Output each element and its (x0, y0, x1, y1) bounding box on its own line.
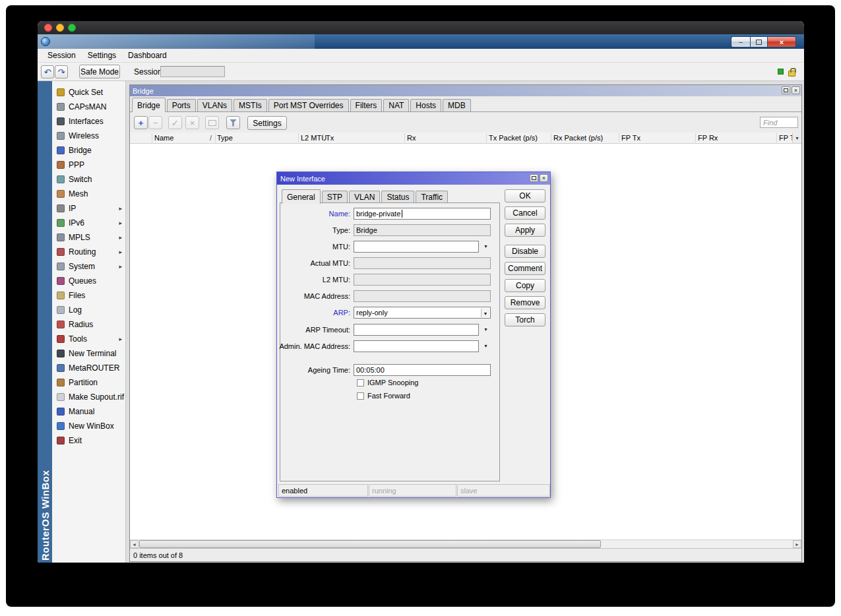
undo-button[interactable]: ↶ (41, 65, 54, 78)
sidebar-item-switch[interactable]: Switch (52, 172, 125, 187)
sidebar-item-tools[interactable]: Tools▸ (52, 332, 125, 346)
redo-button[interactable]: ↷ (55, 65, 68, 78)
session-input[interactable] (160, 66, 225, 77)
menu-session[interactable]: Session (42, 49, 82, 62)
tab-vlan[interactable]: VLAN (349, 191, 380, 203)
column-header-type[interactable]: Type (217, 134, 233, 142)
sidebar-item-radius[interactable]: Radius (52, 317, 125, 332)
tab-general[interactable]: General (282, 189, 321, 204)
comment-button[interactable]: Comment (505, 262, 545, 275)
sidebar-item-make-supout[interactable]: Make Supout.rif (52, 390, 125, 404)
sidebar-item-new-terminal[interactable]: New Terminal (52, 346, 125, 361)
igmp-snooping-checkbox[interactable] (357, 379, 364, 386)
sidebar-item-exit[interactable]: Exit (52, 433, 125, 448)
dialog-close-button[interactable]: × (540, 174, 548, 182)
column-header-tx-packet[interactable]: Tx Packet (p/s) (489, 134, 538, 142)
comment-button-toolbar[interactable] (205, 116, 219, 129)
column-header-fp-rx[interactable]: FP Rx (698, 134, 718, 142)
sidebar-item-mesh[interactable]: Mesh (52, 187, 125, 201)
remove-button-dialog[interactable]: Remove (505, 296, 545, 309)
sidebar-item-capsman[interactable]: CAPsMAN (52, 100, 125, 114)
tab-stp[interactable]: STP (322, 191, 348, 203)
sidebar-item-ppp[interactable]: PPP (52, 158, 125, 172)
igmp-snooping-row: IGMP Snooping (357, 378, 418, 387)
tab-filters[interactable]: Filters (350, 99, 383, 111)
tab-bridge[interactable]: Bridge (132, 98, 166, 112)
scrollbar-thumb[interactable] (139, 540, 601, 548)
bridge-window-titlebar[interactable]: Bridge × (130, 85, 801, 96)
sidebar-item-manual[interactable]: Manual (52, 404, 125, 419)
cancel-button[interactable]: Cancel (505, 206, 545, 220)
ok-button[interactable]: OK (505, 189, 545, 202)
tab-hosts[interactable]: Hosts (410, 99, 441, 111)
column-divider (776, 133, 777, 142)
tab-mstis[interactable]: MSTIs (234, 99, 267, 111)
tab-ports[interactable]: Ports (167, 99, 196, 111)
name-field[interactable]: bridge-private (354, 208, 491, 220)
sidebar-item-new-winbox[interactable]: New WinBox (52, 419, 125, 433)
column-chooser-button[interactable]: ▼ (792, 133, 801, 143)
copy-button[interactable]: Copy (505, 279, 545, 292)
sidebar-item-ipv6[interactable]: IPv6▸ (52, 216, 125, 230)
sidebar-item-system[interactable]: System▸ (52, 259, 125, 274)
close-button[interactable]: × (768, 36, 796, 47)
torch-button[interactable]: Torch (505, 313, 545, 326)
column-header-fp-tx[interactable]: FP Tx (621, 134, 640, 142)
tab-traffic[interactable]: Traffic (416, 191, 448, 203)
sidebar-item-bridge[interactable]: Bridge (52, 143, 125, 158)
mtu-field[interactable] (354, 241, 479, 253)
disable-button-toolbar[interactable]: × (185, 116, 199, 129)
fast-forward-checkbox[interactable] (357, 392, 364, 400)
bridge-restore-button[interactable] (782, 86, 790, 94)
enable-button[interactable]: ✓ (168, 116, 182, 129)
tab-vlans[interactable]: VLANs (197, 99, 232, 111)
scroll-right-button[interactable]: ► (793, 540, 801, 548)
traffic-light-close-icon[interactable] (44, 24, 52, 32)
add-button[interactable]: + (134, 116, 148, 129)
remove-button[interactable]: − (148, 116, 162, 129)
sidebar-item-quick-set[interactable]: Quick Set (52, 85, 125, 100)
disable-button[interactable]: Disable (505, 245, 545, 258)
column-header-tx[interactable]: Tx (326, 134, 334, 142)
arp-timeout-dropdown-arrow-icon[interactable]: ▼ (481, 324, 491, 336)
arp-timeout-field[interactable] (354, 324, 479, 336)
arp-field[interactable]: reply-only▼ (354, 307, 491, 319)
tab-mdb[interactable]: MDB (443, 99, 471, 111)
tab-status[interactable]: Status (381, 191, 414, 203)
menu-settings[interactable]: Settings (82, 49, 122, 62)
sidebar-item-wireless[interactable]: Wireless (52, 129, 125, 143)
find-input[interactable]: Find (760, 117, 798, 128)
tab-nat[interactable]: NAT (383, 99, 409, 111)
traffic-light-zoom-icon[interactable] (68, 24, 76, 32)
menu-dashboard[interactable]: Dashboard (122, 49, 173, 62)
sidebar-item-queues[interactable]: Queues (52, 274, 125, 288)
traffic-light-minimize-icon[interactable] (56, 24, 64, 32)
bridge-close-button[interactable]: × (792, 86, 800, 94)
safe-mode-button[interactable]: Safe Mode (79, 65, 120, 78)
scroll-left-button[interactable]: ◄ (130, 540, 139, 548)
sidebar-item-files[interactable]: Files (52, 288, 125, 303)
sidebar-item-metarouter[interactable]: MetaROUTER (52, 361, 125, 375)
settings-button[interactable]: Settings (247, 116, 287, 130)
sidebar-item-mpls[interactable]: MPLS▸ (52, 230, 125, 245)
tab-port-mst-overrides[interactable]: Port MST Overrides (268, 99, 349, 111)
sidebar-item-log[interactable]: Log (52, 303, 125, 317)
sidebar-item-interfaces[interactable]: Interfaces (52, 114, 125, 129)
sidebar-item-partition[interactable]: Partition (52, 375, 125, 390)
sidebar-item-ip[interactable]: IP▸ (52, 201, 125, 216)
sidebar-item-routing[interactable]: Routing▸ (52, 245, 125, 259)
dialog-titlebar[interactable]: New Interface × (277, 172, 550, 185)
maximize-button[interactable] (750, 36, 768, 47)
arp-dropdown-arrow-icon[interactable]: ▼ (481, 308, 489, 317)
filter-button[interactable] (226, 116, 240, 129)
minimize-button[interactable]: – (731, 36, 750, 47)
dialog-restore-button[interactable] (530, 174, 538, 182)
column-header-name[interactable]: Name (154, 134, 173, 142)
admin-mac-dropdown-arrow-icon[interactable]: ▼ (481, 340, 491, 352)
apply-button[interactable]: Apply (505, 224, 545, 237)
admin-mac-address-field[interactable] (354, 340, 479, 352)
mtu-dropdown-arrow-icon[interactable]: ▼ (481, 241, 491, 253)
column-header-rx-packet[interactable]: Rx Packet (p/s) (553, 134, 603, 142)
ageing-time-field[interactable]: 00:05:00 (354, 364, 491, 376)
column-header-rx[interactable]: Rx (407, 134, 416, 142)
